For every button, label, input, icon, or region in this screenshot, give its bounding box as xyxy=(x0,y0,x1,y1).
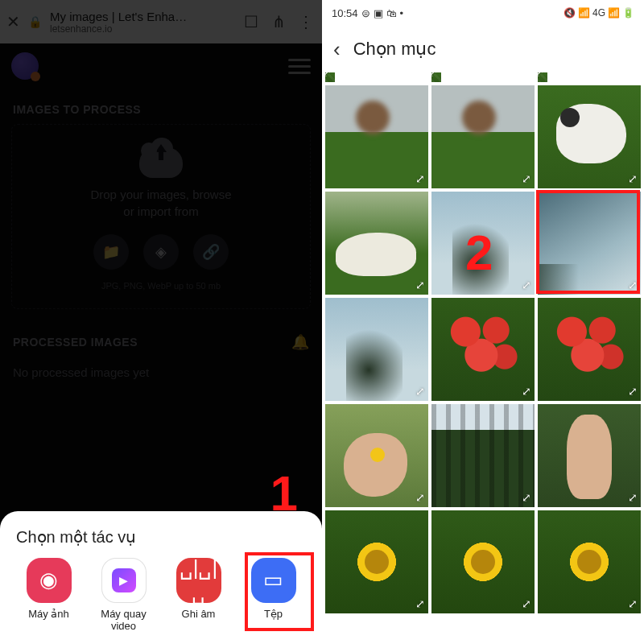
back-icon[interactable]: ‹ xyxy=(333,37,341,62)
task-chooser-sheet: Chọn một tác vụ ◉ Máy ảnh ▶ Máy quay vid… xyxy=(0,511,322,644)
photo-thumb[interactable]: ⤢ xyxy=(431,85,535,188)
picker-header: ‹ Chọn mục xyxy=(322,26,644,72)
section-processed-title: PROCESSED IMAGES xyxy=(13,336,138,349)
expand-icon: ⤢ xyxy=(415,385,425,398)
left-screenshot: ✕ 🔒 My images | Let's Enha… letsenhance.… xyxy=(0,0,322,644)
sheet-item-video[interactable]: ▶ Máy quay video xyxy=(86,558,161,633)
sheet-item-label: Máy quay video xyxy=(92,608,156,633)
photo-thumb[interactable]: ⤢ xyxy=(431,72,441,82)
expand-icon: ⤢ xyxy=(415,279,425,291)
section-images-to-process: IMAGES TO PROCESS xyxy=(0,89,322,124)
cloud-upload-icon xyxy=(139,147,183,178)
expand-icon: ⤢ xyxy=(522,385,531,398)
expand-icon: ⤢ xyxy=(522,279,531,291)
signal-icon: 📶 xyxy=(608,7,620,19)
battery-icon: 🔋 xyxy=(622,7,634,19)
bookmark-icon[interactable]: ☐ xyxy=(242,12,261,31)
right-screenshot: 10:54 ⊜ ▣ 🛍 • 🔇 📶 4G 📶 🔋 ‹ Chọn mục ⤢ ⤢ … xyxy=(322,0,644,644)
folder-icon: ▭ xyxy=(251,558,296,603)
expand-icon: ⤢ xyxy=(522,491,531,504)
expand-icon: ⤢ xyxy=(628,172,638,185)
expand-icon: ⤢ xyxy=(325,72,332,79)
dropzone-hint: JPG, PNG, WebP up to 50 mb xyxy=(20,281,302,291)
expand-icon: ⤢ xyxy=(415,172,425,185)
import-sources: 📁 ◈ 🔗 xyxy=(20,234,302,270)
annotation-callout-1: 1 xyxy=(270,464,298,522)
annotation-callout-2: 2 xyxy=(465,224,493,281)
signal-icon: 📶 xyxy=(578,7,590,19)
status-indicator-icon: 🛍 xyxy=(386,7,397,19)
network-label: 4G xyxy=(592,7,605,19)
dropzone-text: Drop your images, browse or import from xyxy=(20,186,302,220)
sheet-item-files[interactable]: ▭ Tệp xyxy=(236,558,311,633)
share-icon[interactable]: ⋔ xyxy=(269,12,288,31)
photo-thumb[interactable]: ⤢ xyxy=(538,85,641,188)
photo-grid: ⤢ ⤢ ⤢ ⤢ ⤢ ⤢ ⤢ ⤢ ⤢ ⤢ ⤢ ⤢ ⤢ ⤢ ⤢ ⤢ ⤢ ⤢ xyxy=(322,72,644,613)
lock-icon: 🔒 xyxy=(28,15,42,28)
import-drive-icon[interactable]: ◈ xyxy=(143,234,179,270)
photo-thumb[interactable]: ⤢ xyxy=(538,510,641,613)
expand-icon: ⤢ xyxy=(538,72,544,79)
status-more-icon: • xyxy=(400,7,404,19)
sheet-item-label: Ghi âm xyxy=(182,608,216,621)
photo-thumb-selected[interactable]: ⤢ xyxy=(538,192,641,295)
import-folder-icon[interactable]: 📁 xyxy=(93,234,129,270)
status-indicator-icon: ⊜ xyxy=(361,7,370,19)
expand-icon: ⤢ xyxy=(522,597,531,610)
expand-icon: ⤢ xyxy=(415,597,425,610)
expand-icon: ⤢ xyxy=(628,385,638,398)
status-bar: 10:54 ⊜ ▣ 🛍 • 🔇 📶 4G 📶 🔋 xyxy=(322,0,644,26)
dropzone[interactable]: Drop your images, browse or import from … xyxy=(11,124,311,309)
status-time: 10:54 xyxy=(332,7,358,19)
expand-icon: ⤢ xyxy=(628,279,638,291)
url-block[interactable]: My images | Let's Enha… letsenhance.io xyxy=(50,10,233,35)
photo-thumb[interactable]: ⤢ xyxy=(325,404,428,507)
expand-icon: ⤢ xyxy=(628,597,638,610)
page-host: letsenhance.io xyxy=(50,23,233,35)
page-title: My images | Let's Enha… xyxy=(50,10,233,23)
sheet-item-label: Máy ảnh xyxy=(28,608,69,621)
camera-icon: ◉ xyxy=(27,558,72,603)
photo-thumb[interactable]: ⤢ xyxy=(325,192,428,295)
photo-thumb[interactable]: ⤢ xyxy=(538,72,547,82)
photo-thumb[interactable]: ⤢ xyxy=(325,510,428,613)
video-camera-icon: ▶ xyxy=(101,558,147,603)
app-logo-icon[interactable] xyxy=(11,52,39,80)
processed-empty-text: No processed images yet xyxy=(0,359,322,386)
sheet-item-label: Tệp xyxy=(264,608,283,621)
photo-thumb[interactable]: ⤢ xyxy=(431,404,535,507)
expand-icon: ⤢ xyxy=(522,172,531,185)
expand-icon: ⤢ xyxy=(431,72,438,79)
app-topbar xyxy=(0,43,322,89)
photo-thumb[interactable]: ⤢ xyxy=(538,404,641,507)
photo-thumb[interactable]: ⤢ xyxy=(538,298,641,401)
hamburger-menu-icon[interactable] xyxy=(288,59,311,74)
status-indicator-icon: ▣ xyxy=(374,7,383,19)
photo-thumb[interactable]: ⤢ xyxy=(431,510,535,613)
bell-icon[interactable]: 🔔 xyxy=(291,333,310,351)
kebab-menu-icon[interactable]: ⋮ xyxy=(296,12,316,31)
import-link-icon[interactable]: 🔗 xyxy=(193,234,229,270)
mute-icon: 🔇 xyxy=(564,7,576,19)
sheet-item-camera[interactable]: ◉ Máy ảnh xyxy=(11,558,86,633)
photo-thumb[interactable]: ⤢ xyxy=(325,85,428,188)
photo-thumb[interactable]: ⤢ xyxy=(325,298,428,401)
close-tab-icon[interactable]: ✕ xyxy=(6,12,20,31)
photo-thumb[interactable]: ⤢ xyxy=(431,298,535,401)
audio-waveform-icon: ␣|␣|␣ xyxy=(176,558,221,603)
photo-thumb[interactable]: ⤢ xyxy=(325,72,335,82)
browser-url-bar: ✕ 🔒 My images | Let's Enha… letsenhance.… xyxy=(0,0,322,43)
sheet-item-audio[interactable]: ␣|␣|␣ Ghi âm xyxy=(161,558,236,633)
expand-icon: ⤢ xyxy=(415,491,425,504)
sheet-title: Chọn một tác vụ xyxy=(11,527,311,547)
picker-title: Chọn mục xyxy=(353,39,436,60)
expand-icon: ⤢ xyxy=(628,491,638,504)
section-processed-header: PROCESSED IMAGES 🔔 xyxy=(0,309,322,359)
